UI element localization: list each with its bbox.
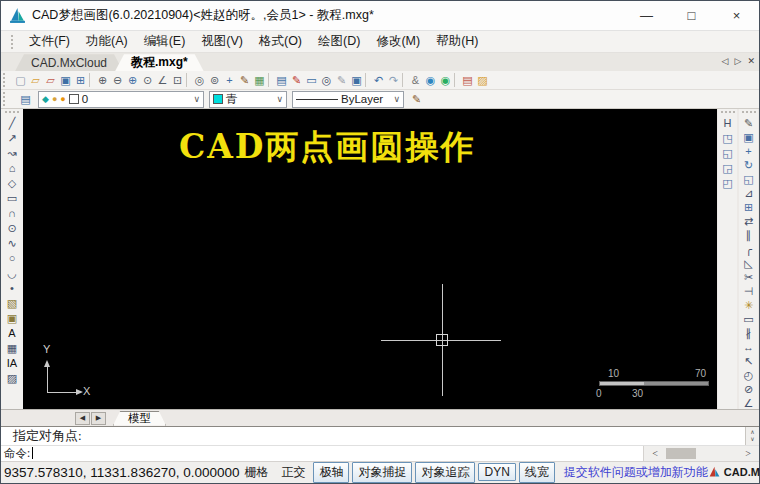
image-attach-icon[interactable]: ▦: [252, 72, 267, 88]
dim-angular-icon[interactable]: ∠: [740, 396, 757, 410]
scale-icon[interactable]: ◱: [740, 172, 757, 186]
toolbar-icon[interactable]: [89, 73, 94, 87]
scroll-left-icon[interactable]: <: [644, 448, 666, 459]
command-hscrollbar[interactable]: < >: [643, 446, 759, 461]
rectangle-icon[interactable]: ▭: [4, 191, 21, 206]
send-to-back-icon[interactable]: ◱: [719, 146, 736, 161]
open-cloud-file-icon[interactable]: ▱: [43, 72, 58, 88]
inscribed-polygon-icon[interactable]: ◇: [4, 176, 21, 191]
color-pen-icon[interactable]: ✎: [289, 72, 304, 88]
menu-item[interactable]: 格式(O): [251, 31, 310, 52]
zoom-window-icon[interactable]: ⊡: [170, 72, 185, 88]
cloud-site-icon[interactable]: ◉: [438, 72, 453, 88]
document-tab[interactable]: 教程.mxg*: [115, 54, 204, 71]
tab-close-icon[interactable]: ✕: [747, 56, 755, 66]
text-icon[interactable]: A: [4, 326, 21, 341]
dim-radius-icon[interactable]: ◴: [740, 368, 757, 382]
bring-to-front-icon[interactable]: ◳: [719, 131, 736, 146]
circle-icon[interactable]: ⊙: [4, 221, 21, 236]
undo-icon[interactable]: ↶: [371, 72, 386, 88]
website-icon[interactable]: ◉: [423, 72, 438, 88]
bring-above-icon[interactable]: ◲: [719, 161, 736, 176]
open-file-icon[interactable]: ▱: [28, 72, 43, 88]
command-input-line[interactable]: 命令: < >: [1, 445, 759, 461]
pdf-export-icon[interactable]: ▤: [460, 72, 475, 88]
find-icon[interactable]: ◎: [319, 72, 334, 88]
model-tab[interactable]: 模型: [113, 411, 166, 426]
link-icon[interactable]: &: [408, 72, 423, 88]
toolbar-icon[interactable]: [365, 73, 370, 87]
copy-icon[interactable]: ▣: [740, 130, 757, 144]
redline-icon[interactable]: ✎: [237, 72, 252, 88]
line-icon[interactable]: ╱: [4, 116, 21, 131]
status-toggle[interactable]: 栅格: [239, 463, 273, 482]
close-button[interactable]: ×: [714, 1, 759, 31]
save-block-icon[interactable]: ▣: [349, 72, 364, 88]
zoom-in-icon[interactable]: ⊕: [125, 72, 140, 88]
zoom-realtime-icon[interactable]: ⊕: [95, 72, 110, 88]
status-toggle[interactable]: 正交: [276, 463, 310, 482]
menu-item[interactable]: 文件(F): [21, 31, 78, 52]
insert-block-icon[interactable]: ▧: [4, 296, 21, 311]
menu-item[interactable]: 视图(V): [193, 31, 251, 52]
scroll-right-icon[interactable]: >: [737, 448, 759, 459]
ellipse-arc-icon[interactable]: ◡: [4, 266, 21, 281]
send-below-icon[interactable]: ◰: [719, 176, 736, 191]
menu-item[interactable]: 绘图(D): [310, 31, 368, 52]
document-tab[interactable]: CAD.MxCloud: [15, 54, 123, 71]
toolbar-icon[interactable]: [186, 73, 191, 87]
arc-icon[interactable]: ∩: [4, 206, 21, 221]
ray-icon[interactable]: ↗: [4, 131, 21, 146]
extend-icon[interactable]: ⊣: [740, 284, 757, 298]
break-icon[interactable]: ∦: [740, 326, 757, 340]
toolbar-icon[interactable]: [454, 73, 459, 87]
toolbar-icon[interactable]: [402, 73, 407, 87]
create-block-icon[interactable]: ▣: [4, 311, 21, 326]
zoom-corner-icon[interactable]: ∠: [155, 72, 170, 88]
save-as-icon[interactable]: ⊞: [73, 72, 88, 88]
scrollbar-thumb[interactable]: [666, 448, 696, 459]
spline-icon[interactable]: ∿: [4, 236, 21, 251]
fillet-icon[interactable]: ╭: [740, 242, 757, 256]
feedback-link[interactable]: 提交软件问题或增加新功能: [564, 464, 708, 481]
explode-icon[interactable]: ✳: [740, 298, 757, 312]
pan-icon[interactable]: +: [222, 72, 237, 88]
zoom-previous-icon[interactable]: ◎: [192, 72, 207, 88]
status-toggle[interactable]: 线宽: [519, 462, 555, 483]
ellipse-icon[interactable]: ○: [4, 251, 21, 266]
mtext-icon[interactable]: IA: [4, 356, 21, 371]
rotate-icon[interactable]: ↻: [740, 158, 757, 172]
maximize-button[interactable]: □: [669, 1, 714, 31]
tab-scroll-left-icon[interactable]: ◁: [722, 56, 729, 66]
cloud-drawing-icon[interactable]: ▨: [475, 72, 490, 88]
draworder-icon[interactable]: H: [719, 116, 736, 131]
polygon-icon[interactable]: ⌂: [4, 161, 21, 176]
linetype-select[interactable]: ByLayer ∨: [292, 91, 404, 108]
array-icon[interactable]: ⊞: [740, 200, 757, 214]
zoom-out-icon[interactable]: ⊖: [110, 72, 125, 88]
status-toggle[interactable]: DYN: [478, 463, 515, 481]
menu-item[interactable]: 编辑(E): [136, 31, 194, 52]
layer-manager-icon[interactable]: ▤: [274, 72, 289, 88]
menu-item[interactable]: 修改(M): [368, 31, 428, 52]
color-select[interactable]: 青 ∨: [209, 91, 287, 108]
new-file-icon[interactable]: ▢: [13, 72, 28, 88]
move-icon[interactable]: +: [740, 144, 757, 158]
layers-stack-icon[interactable]: ▤: [18, 91, 33, 107]
redo-icon[interactable]: ↷: [386, 72, 401, 88]
tab-scroll-right-icon[interactable]: ▷: [735, 56, 742, 66]
point-icon[interactable]: •: [4, 281, 21, 296]
status-toggle[interactable]: 对象捕捉: [352, 462, 412, 483]
command-history-scroll[interactable]: ∧∨: [745, 427, 759, 445]
erase-icon[interactable]: ✎: [740, 116, 757, 130]
layer-select[interactable]: ◆ ● ● 0 ∨: [38, 91, 204, 108]
linetype-brush-icon[interactable]: ✎: [409, 91, 424, 107]
chamfer-icon[interactable]: ◺: [740, 256, 757, 270]
layout-next-icon[interactable]: ▶: [91, 412, 106, 425]
drawing-canvas[interactable]: CAD两点画圆操作 Y X 10 70 0 30: [23, 109, 717, 409]
clean-icon[interactable]: ✎: [334, 72, 349, 88]
trim-icon[interactable]: ✂: [740, 270, 757, 284]
layout-prev-icon[interactable]: ◀: [75, 412, 90, 425]
mirror-icon[interactable]: ⇄: [740, 214, 757, 228]
dim-linear-icon[interactable]: ↔: [740, 340, 757, 354]
